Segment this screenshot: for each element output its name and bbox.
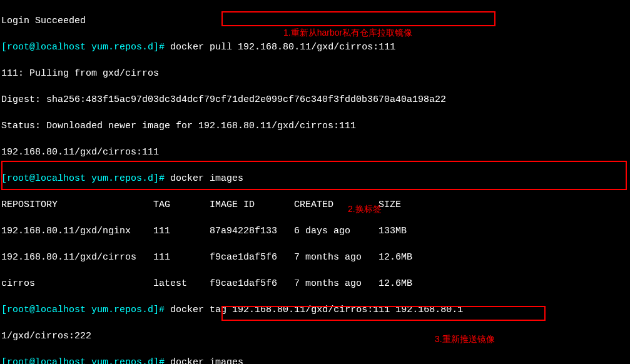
prompt-user-host: root@localhost	[7, 173, 86, 184]
prompt-user-host: root@localhost	[7, 305, 86, 315]
prompt-bracket: [	[1, 42, 7, 53]
prompt-bracket-close: ]#	[153, 42, 170, 53]
output-line: Digest: sha256:483f15ac97d03dc3d4dcf79cf…	[1, 93, 629, 106]
command-text: docker tag 192.168.80.11/gxd/cirros:111 …	[170, 305, 463, 315]
output-line: Status: Downloaded newer image for 192.1…	[1, 119, 629, 133]
command-text: docker pull 192.168.80.11/gxd/cirros:111	[170, 42, 395, 53]
command-text: docker images	[170, 173, 243, 184]
prompt-bracket-close: ]#	[153, 305, 170, 315]
output-line: 192.168.80.11/gxd/cirros:111	[1, 146, 629, 159]
annotation-1: 1.重新从harbor私有仓库拉取镜像	[283, 27, 412, 39]
prompt-bracket: [	[1, 305, 7, 315]
prompt-path: yum.repos.d	[86, 173, 153, 184]
prompt-path: yum.repos.d	[86, 42, 153, 53]
table-row: cirros latest f9cae1daf5f6 7 months ago …	[1, 277, 629, 290]
prompt-bracket-close: ]#	[153, 173, 170, 184]
prompt-bracket: [	[1, 357, 7, 364]
terminal-output[interactable]: Login Succeeded [root@localhost yum.repo…	[1, 1, 629, 364]
prompt-user-host: root@localhost	[7, 357, 86, 364]
output-line: 1/gxd/cirros:222	[1, 330, 629, 343]
prompt-bracket-close: ]#	[153, 357, 170, 364]
prompt-line: [root@localhost yum.repos.d]# docker ima…	[1, 172, 629, 185]
prompt-line: [root@localhost yum.repos.d]# docker tag…	[1, 303, 629, 316]
table-header: REPOSITORY TAG IMAGE ID CREATED SIZE	[1, 198, 629, 211]
prompt-bracket: [	[1, 173, 7, 184]
annotation-3: 3.重新推送镜像	[435, 333, 495, 346]
prompt-line: [root@localhost yum.repos.d]# docker ima…	[1, 356, 629, 364]
prompt-path: yum.repos.d	[86, 357, 153, 364]
prompt-line: [root@localhost yum.repos.d]# docker pul…	[1, 41, 629, 54]
annotation-2: 2.换标签	[348, 203, 382, 216]
prompt-path: yum.repos.d	[86, 305, 153, 315]
output-line: Login Succeeded	[1, 14, 629, 28]
output-line: 111: Pulling from gxd/cirros	[1, 67, 629, 80]
table-row: 192.168.80.11/gxd/nginx 111 87a94228f133…	[1, 225, 629, 238]
command-text: docker images	[170, 357, 243, 364]
prompt-user-host: root@localhost	[7, 42, 86, 53]
table-row: 192.168.80.11/gxd/cirros 111 f9cae1daf5f…	[1, 251, 629, 264]
